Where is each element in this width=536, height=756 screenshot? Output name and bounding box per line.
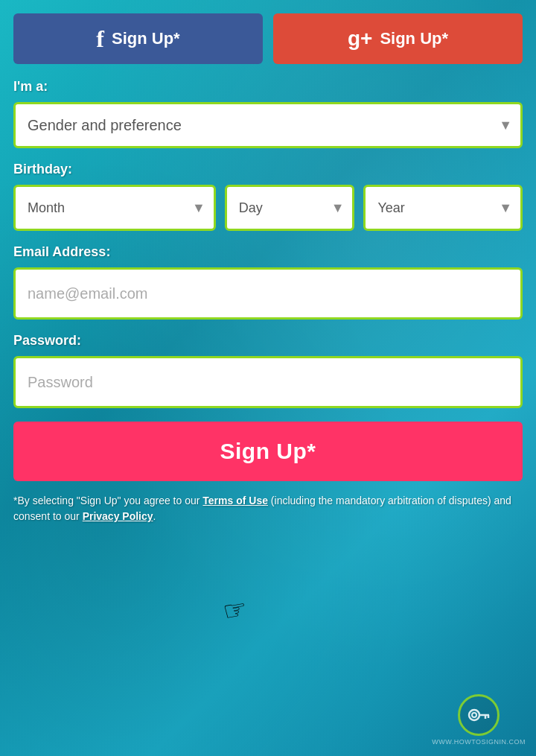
terms-link[interactable]: Terms of Use (202, 495, 268, 506)
svg-point-0 (469, 710, 479, 720)
facebook-signup-button[interactable]: f Sign Up* (13, 13, 263, 64)
cursor-hand: ☞ (221, 593, 250, 628)
day-select[interactable]: Day 12345 678910 1112131415 1617181920 2… (225, 185, 355, 231)
google-signup-button[interactable]: g+ Sign Up* (273, 13, 523, 64)
google-signup-label: Sign Up* (380, 29, 448, 48)
watermark-text: WWW.HOWTOSIGNIN.COM (432, 738, 526, 746)
watermark: WWW.HOWTOSIGNIN.COM (432, 694, 526, 746)
month-select[interactable]: Month January February March April May J… (13, 185, 216, 231)
password-input[interactable] (13, 356, 523, 408)
day-select-wrapper: Day 12345 678910 1112131415 1617181920 2… (225, 185, 355, 231)
email-input[interactable] (13, 267, 523, 320)
facebook-icon: f (96, 27, 104, 51)
google-icon: g+ (348, 28, 372, 49)
birthday-row: Month January February March April May J… (13, 185, 523, 231)
im-a-label: I'm a: (13, 79, 523, 95)
disclaimer-prefix: *By selecting "Sign Up" you agree to our (13, 495, 202, 506)
year-select-wrapper: Year 2006200520042003 2000199519901985 1… (363, 185, 523, 231)
watermark-logo (458, 694, 500, 736)
disclaimer-end: . (153, 510, 156, 522)
email-label: Email Address: (13, 244, 523, 260)
footer-disclaimer: *By selecting "Sign Up" you agree to our… (13, 493, 523, 524)
month-select-wrapper: Month January February March April May J… (13, 185, 216, 231)
privacy-link[interactable]: Privacy Policy (83, 510, 153, 522)
main-container: f Sign Up* g+ Sign Up* I'm a: Gender and… (0, 0, 536, 539)
gender-select[interactable]: Gender and preference Man seeking Woman … (13, 102, 523, 148)
password-label: Password: (13, 333, 523, 349)
facebook-signup-label: Sign Up* (112, 29, 180, 48)
gender-select-wrapper: Gender and preference Man seeking Woman … (13, 102, 523, 148)
birthday-label: Birthday: (13, 162, 523, 177)
social-row: f Sign Up* g+ Sign Up* (13, 13, 523, 64)
svg-point-1 (472, 713, 476, 717)
signup-button[interactable]: Sign Up* (13, 422, 523, 481)
year-select[interactable]: Year 2006200520042003 2000199519901985 1… (363, 185, 523, 231)
